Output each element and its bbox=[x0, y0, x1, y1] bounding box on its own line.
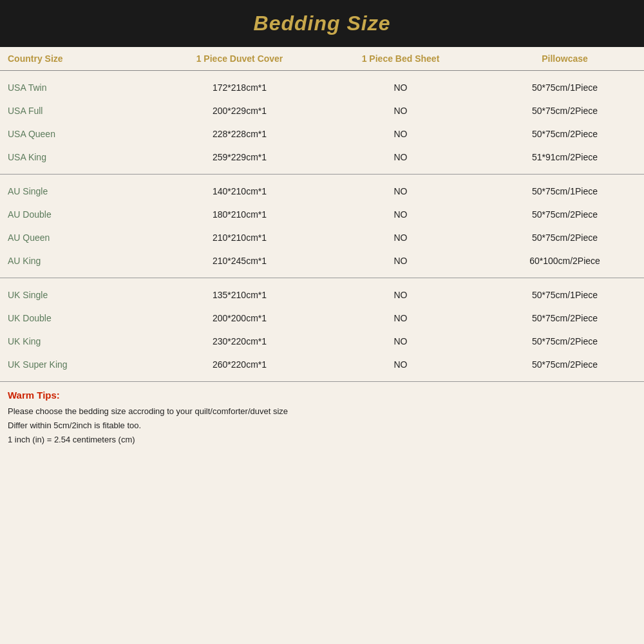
cell-pillow: 60*100cm/2Piece bbox=[478, 256, 644, 266]
cell-sheet: NO bbox=[323, 129, 478, 139]
cell-pillow: 50*75cm/1Piece bbox=[478, 186, 644, 196]
warm-tips-line: Please choose the bedding size accroding… bbox=[8, 404, 636, 419]
table-row: UK Single135*210cm*1NO50*75cm/1Piece bbox=[0, 283, 644, 307]
cell-duvet: 200*200cm*1 bbox=[156, 313, 323, 323]
cell-duvet: 230*220cm*1 bbox=[156, 336, 323, 346]
cell-sheet: NO bbox=[323, 313, 478, 323]
col-header-duvet: 1 Piece Duvet Cover bbox=[156, 53, 323, 64]
table-row: USA King259*229cm*1NO51*91cm/2Piece bbox=[0, 146, 644, 169]
table-row: AU Single140*210cm*1NO50*75cm/1Piece bbox=[0, 180, 644, 203]
col-header-pillow: Pillowcase bbox=[478, 53, 644, 64]
cell-sheet: NO bbox=[323, 232, 478, 243]
cell-duvet: 140*210cm*1 bbox=[156, 186, 323, 196]
cell-country: USA King bbox=[8, 152, 156, 162]
cell-duvet: 259*229cm*1 bbox=[156, 152, 323, 162]
cell-country: AU Single bbox=[8, 186, 156, 196]
table-row: UK Double200*200cm*1NO50*75cm/2Piece bbox=[0, 307, 644, 330]
table-row: UK King230*220cm*1NO50*75cm/2Piece bbox=[0, 330, 644, 353]
section-usa: USA Twin172*218cm*1NO50*75cm/1PieceUSA F… bbox=[0, 71, 644, 175]
col-header-sheet: 1 Piece Bed Sheet bbox=[323, 53, 478, 64]
cell-duvet: 180*210cm*1 bbox=[156, 209, 323, 220]
cell-duvet: 172*218cm*1 bbox=[156, 82, 323, 93]
column-headers: Country Size 1 Piece Duvet Cover 1 Piece… bbox=[0, 47, 644, 71]
cell-sheet: NO bbox=[323, 359, 478, 370]
section-au: AU Single140*210cm*1NO50*75cm/1PieceAU D… bbox=[0, 175, 644, 278]
cell-country: AU Queen bbox=[8, 232, 156, 243]
main-container: Bedding Size Country Size 1 Piece Duvet … bbox=[0, 0, 644, 644]
cell-pillow: 50*75cm/1Piece bbox=[478, 82, 644, 93]
cell-country: UK Double bbox=[8, 313, 156, 323]
cell-pillow: 50*75cm/2Piece bbox=[478, 313, 644, 323]
cell-sheet: NO bbox=[323, 82, 478, 93]
cell-sheet: NO bbox=[323, 256, 478, 266]
header-bar: Bedding Size bbox=[0, 0, 644, 47]
cell-sheet: NO bbox=[323, 209, 478, 220]
cell-pillow: 50*75cm/2Piece bbox=[478, 209, 644, 220]
cell-country: USA Full bbox=[8, 106, 156, 116]
table-row: AU King210*245cm*1NO60*100cm/2Piece bbox=[0, 249, 644, 272]
cell-pillow: 50*75cm/2Piece bbox=[478, 359, 644, 370]
cell-country: USA Queen bbox=[8, 129, 156, 139]
cell-duvet: 260*220cm*1 bbox=[156, 359, 323, 370]
warm-tips-lines: Please choose the bedding size accroding… bbox=[8, 404, 636, 447]
warm-tips-line: 1 inch (in) = 2.54 centimeters (cm) bbox=[8, 433, 636, 447]
cell-pillow: 50*75cm/1Piece bbox=[478, 290, 644, 300]
table-row: UK Super King260*220cm*1NO50*75cm/2Piece bbox=[0, 353, 644, 376]
cell-country: AU Double bbox=[8, 209, 156, 220]
table-row: USA Twin172*218cm*1NO50*75cm/1Piece bbox=[0, 76, 644, 99]
cell-sheet: NO bbox=[323, 152, 478, 162]
cell-country: USA Twin bbox=[8, 82, 156, 93]
table-row: AU Queen210*210cm*1NO50*75cm/2Piece bbox=[0, 226, 644, 249]
warm-tips-title: Warm Tips: bbox=[8, 390, 636, 401]
table-row: AU Double180*210cm*1NO50*75cm/2Piece bbox=[0, 203, 644, 226]
cell-country: UK Super King bbox=[8, 359, 156, 370]
warm-tips-line: Differ within 5cm/2inch is fitable too. bbox=[8, 419, 636, 433]
cell-pillow: 50*75cm/2Piece bbox=[478, 336, 644, 346]
table-row: USA Queen228*228cm*1NO50*75cm/2Piece bbox=[0, 122, 644, 146]
table-body: USA Twin172*218cm*1NO50*75cm/1PieceUSA F… bbox=[0, 71, 644, 382]
cell-sheet: NO bbox=[323, 336, 478, 346]
cell-pillow: 50*75cm/2Piece bbox=[478, 106, 644, 116]
cell-pillow: 50*75cm/2Piece bbox=[478, 232, 644, 243]
col-header-country: Country Size bbox=[8, 53, 156, 64]
cell-sheet: NO bbox=[323, 106, 478, 116]
cell-sheet: NO bbox=[323, 186, 478, 196]
cell-sheet: NO bbox=[323, 290, 478, 300]
table-row: USA Full200*229cm*1NO50*75cm/2Piece bbox=[0, 99, 644, 122]
page-title: Bedding Size bbox=[0, 12, 644, 35]
cell-pillow: 51*91cm/2Piece bbox=[478, 152, 644, 162]
section-uk: UK Single135*210cm*1NO50*75cm/1PieceUK D… bbox=[0, 278, 644, 382]
cell-duvet: 228*228cm*1 bbox=[156, 129, 323, 139]
cell-country: UK Single bbox=[8, 290, 156, 300]
warm-tips-section: Warm Tips: Please choose the bedding siz… bbox=[0, 382, 644, 452]
cell-duvet: 210*245cm*1 bbox=[156, 256, 323, 266]
cell-country: AU King bbox=[8, 256, 156, 266]
cell-pillow: 50*75cm/2Piece bbox=[478, 129, 644, 139]
cell-country: UK King bbox=[8, 336, 156, 346]
cell-duvet: 135*210cm*1 bbox=[156, 290, 323, 300]
cell-duvet: 200*229cm*1 bbox=[156, 106, 323, 116]
cell-duvet: 210*210cm*1 bbox=[156, 232, 323, 243]
